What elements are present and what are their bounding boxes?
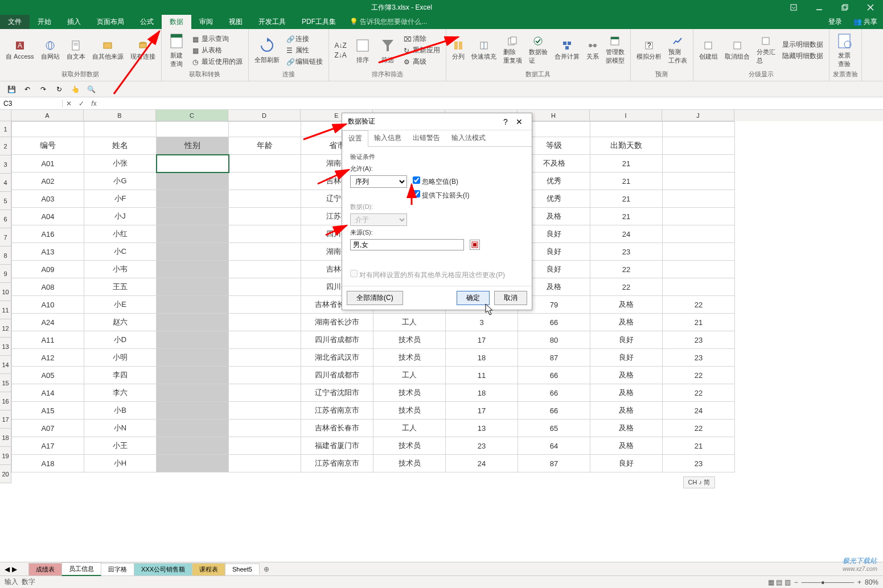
cell[interactable] [229, 296, 301, 314]
flash-fill-button[interactable]: 快速填充 [469, 39, 499, 62]
row-header[interactable]: 14 [0, 356, 11, 374]
cell[interactable]: 18 [446, 384, 518, 402]
cell[interactable]: 技术员 [373, 437, 446, 455]
cell[interactable] [157, 190, 229, 208]
cell[interactable]: 四川省成都市 [301, 367, 373, 384]
cell[interactable]: 65 [518, 420, 590, 437]
cell[interactable]: 技术员 [373, 384, 446, 402]
cell[interactable]: 辽宁省沈阳市 [301, 384, 373, 402]
cell[interactable] [229, 243, 301, 261]
cell[interactable] [229, 367, 301, 384]
clear-all-button[interactable]: 全部清除(C) [347, 291, 403, 305]
next-sheet-icon[interactable]: ▶ [12, 565, 17, 573]
cell[interactable] [229, 349, 301, 367]
column-header[interactable]: A [11, 110, 84, 121]
cell[interactable] [157, 367, 229, 384]
cell[interactable]: 22 [663, 296, 735, 314]
row-header[interactable]: 11 [0, 301, 11, 319]
cancel-formula-icon[interactable]: ✕ [63, 100, 75, 108]
recent-sources-button[interactable]: ◷最近使用的源 [190, 56, 245, 67]
tab-insert[interactable]: 插入 [59, 15, 89, 29]
cell[interactable]: 工人 [373, 367, 446, 384]
row-header[interactable]: 6 [0, 210, 11, 228]
header-cell[interactable]: 年龄 [229, 137, 301, 155]
filter-button[interactable]: 筛选 [376, 35, 399, 65]
zoom-in-icon[interactable]: + [857, 578, 861, 586]
tab-formula[interactable]: 公式 [132, 15, 162, 29]
existing-conn-button[interactable]: 现有连接 [128, 39, 158, 62]
cell[interactable]: 良好 [590, 349, 663, 367]
cell[interactable]: 及格 [590, 402, 663, 420]
cell[interactable]: 小B [84, 402, 157, 420]
cell[interactable] [229, 384, 301, 402]
cell[interactable]: 工人 [373, 314, 446, 331]
cell[interactable]: 11 [446, 367, 518, 384]
consolidate-button[interactable]: 合并计算 [552, 39, 582, 62]
tab-layout[interactable]: 页面布局 [89, 15, 132, 29]
header-cell[interactable]: 性别 [157, 137, 229, 155]
cell[interactable]: 小D [84, 331, 157, 349]
restore-icon[interactable] [832, 0, 857, 15]
cell[interactable]: A02 [12, 172, 84, 190]
ok-button[interactable]: 确定 [457, 291, 490, 305]
cell[interactable]: 23 [663, 455, 735, 472]
cell[interactable]: A17 [12, 437, 84, 455]
cell[interactable]: 64 [518, 437, 590, 455]
sheet-tab[interactable]: Sheet5 [225, 564, 260, 574]
save-icon[interactable]: 💾 [6, 84, 17, 95]
relations-button[interactable]: 关系 [584, 39, 601, 62]
row-header[interactable]: 5 [0, 192, 11, 210]
name-box[interactable] [0, 100, 63, 108]
cell[interactable] [229, 314, 301, 331]
cell[interactable] [229, 331, 301, 349]
new-query-button[interactable]: 新建 查询 [165, 31, 188, 69]
dropdown-checkbox[interactable]: 提供下拉箭头(I) [413, 190, 469, 200]
row-header[interactable]: 8 [0, 246, 11, 265]
cell[interactable]: 21 [663, 314, 735, 331]
close-icon[interactable] [857, 0, 883, 15]
cell[interactable]: 66 [518, 402, 590, 420]
range-picker-icon[interactable] [470, 240, 480, 250]
cell[interactable]: 小王 [84, 437, 157, 455]
repeat-icon[interactable]: ↻ [54, 84, 65, 95]
cell[interactable] [229, 261, 301, 278]
data-validation-button[interactable]: 数据验 证 [527, 34, 550, 66]
cell[interactable] [157, 243, 229, 261]
row-header[interactable]: 9 [0, 265, 11, 283]
cancel-button[interactable]: 取消 [494, 291, 527, 305]
close-icon[interactable]: ✕ [512, 117, 526, 126]
cell[interactable]: 湖南省长沙市 [301, 314, 373, 331]
prev-sheet-icon[interactable]: ◀ [5, 565, 10, 573]
dialog-tab-input[interactable]: 输入信息 [368, 130, 407, 146]
cell[interactable] [229, 402, 301, 420]
cell[interactable]: 福建省厦门市 [301, 437, 373, 455]
cell[interactable] [229, 455, 301, 472]
cell[interactable] [157, 331, 229, 349]
cell[interactable] [157, 437, 229, 455]
cell[interactable]: 及格 [590, 367, 663, 384]
from-other-button[interactable]: 自其他来源 [90, 39, 126, 62]
cell[interactable]: 及格 [590, 384, 663, 402]
help-icon[interactable]: ? [499, 117, 512, 126]
from-table-button[interactable]: ▦从表格 [190, 45, 245, 56]
touch-mode-icon[interactable]: 👆 [69, 84, 81, 95]
cell[interactable] [229, 278, 301, 296]
cell[interactable]: 22 [663, 367, 735, 384]
row-header[interactable]: 7 [0, 228, 11, 246]
cell[interactable]: 王五 [84, 278, 157, 296]
cell[interactable]: A11 [12, 331, 84, 349]
view-pagebreak-icon[interactable]: ▥ [785, 578, 791, 586]
cell[interactable]: 及格 [590, 314, 663, 331]
cell[interactable]: 小张 [84, 155, 157, 172]
whatif-button[interactable]: ?模拟分析 [634, 39, 664, 62]
column-header[interactable]: B [84, 110, 156, 121]
cell[interactable]: 工人 [373, 420, 446, 437]
dialog-tab-settings[interactable]: 设置 [342, 130, 368, 147]
minimize-icon[interactable] [806, 0, 832, 15]
cell[interactable]: A14 [12, 384, 84, 402]
ignore-blank-checkbox[interactable]: 忽略空值(B) [413, 176, 458, 187]
refresh-all-button[interactable]: 全部刷新 [252, 35, 282, 65]
from-text-button[interactable]: 自文本 [64, 39, 88, 62]
cell[interactable] [157, 225, 229, 243]
cell[interactable]: 17 [446, 402, 518, 420]
